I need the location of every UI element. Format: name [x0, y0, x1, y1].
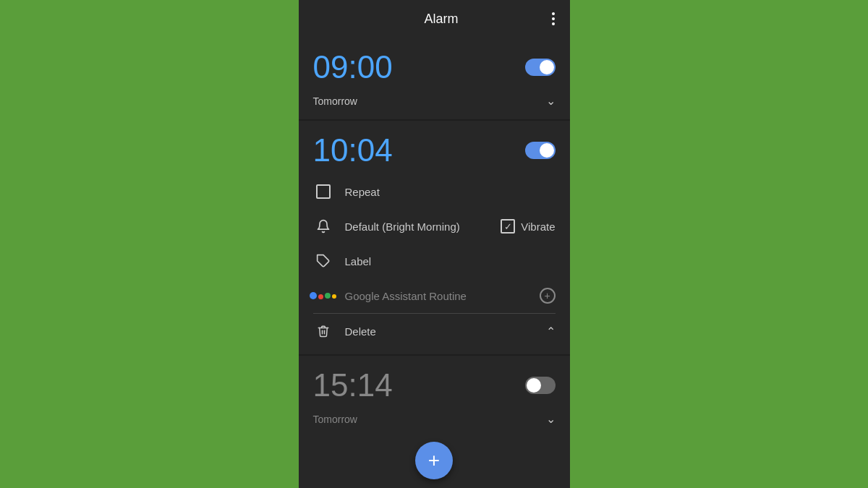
alarm-3-toggle[interactable] — [525, 377, 556, 394]
alarm-1-subtitle-row[interactable]: Tomorrow ⌄ — [299, 91, 570, 119]
repeat-checkbox-icon — [313, 181, 333, 202]
delete-row[interactable]: Delete ⌃ — [299, 314, 570, 348]
alarm-card-3: 15:14 Tomorrow ⌄ — [299, 356, 570, 433]
alarm-1-main-row[interactable]: 09:00 — [299, 38, 570, 91]
label-row[interactable]: Label — [299, 244, 570, 278]
alarm-3-subtitle-row[interactable]: Tomorrow ⌄ — [299, 409, 570, 433]
alarm-2-toggle-thumb — [540, 143, 554, 158]
vibrate-label: Vibrate — [521, 221, 555, 233]
ga-routine-row[interactable]: Google Assistant Routine + — [299, 278, 570, 313]
label-icon — [313, 251, 333, 271]
ga-icon — [313, 286, 333, 306]
ringtone-label: Default (Bright Morning) — [345, 221, 501, 233]
repeat-label: Repeat — [345, 186, 556, 198]
three-dots-icon — [552, 12, 555, 25]
alarm-card-1: 09:00 Tomorrow ⌄ — [299, 38, 570, 119]
ga-routine-label: Google Assistant Routine — [345, 290, 540, 302]
label-label: Label — [345, 255, 556, 267]
vibrate-checkbox[interactable] — [501, 219, 515, 234]
alarm-3-subtitle: Tomorrow — [313, 414, 357, 425]
alarm-2-details: Repeat Default (Bright Morning) Vibrate — [299, 174, 570, 354]
vibrate-section[interactable]: Vibrate — [501, 219, 555, 234]
alarm-2-toggle[interactable] — [525, 142, 556, 159]
ga-dots — [310, 292, 336, 299]
phone-container: Alarm 09:00 Tomorrow ⌄ 10:04 — [299, 0, 570, 488]
fab-container: + — [299, 433, 570, 488]
alarm-card-2: 10:04 Repeat — [299, 121, 570, 354]
delete-label: Delete — [345, 325, 546, 338]
alarm-3-toggle-thumb — [527, 378, 541, 393]
alarm-1-subtitle: Tomorrow — [313, 95, 357, 107]
alarm-3-time: 15:14 — [313, 367, 393, 403]
alarm-1-time: 09:00 — [313, 49, 393, 85]
repeat-row[interactable]: Repeat — [299, 174, 570, 209]
alarm-2-time: 10:04 — [313, 132, 393, 168]
alarm-list: 09:00 Tomorrow ⌄ 10:04 — [299, 38, 570, 433]
ringtone-row[interactable]: Default (Bright Morning) Vibrate — [299, 209, 570, 244]
app-title: Alarm — [424, 12, 458, 27]
alarm-1-toggle-thumb — [540, 60, 554, 74]
alarm-1-toggle[interactable] — [525, 59, 556, 76]
delete-icon — [313, 321, 333, 341]
alarm-2-collapse-icon[interactable]: ⌃ — [546, 325, 556, 338]
ga-add-icon[interactable]: + — [540, 288, 556, 304]
app-header: Alarm — [299, 0, 570, 38]
add-alarm-button[interactable]: + — [415, 442, 453, 479]
more-options-button[interactable] — [552, 12, 555, 25]
fab-plus-icon: + — [428, 450, 440, 471]
alarm-2-main-row[interactable]: 10:04 — [299, 121, 570, 174]
alarm-3-main-row[interactable]: 15:14 — [299, 356, 570, 409]
alarm-3-chevron-icon: ⌄ — [546, 412, 556, 426]
bell-icon — [313, 216, 333, 236]
repeat-checkbox[interactable] — [316, 184, 331, 199]
alarm-1-chevron-icon: ⌄ — [546, 94, 556, 108]
